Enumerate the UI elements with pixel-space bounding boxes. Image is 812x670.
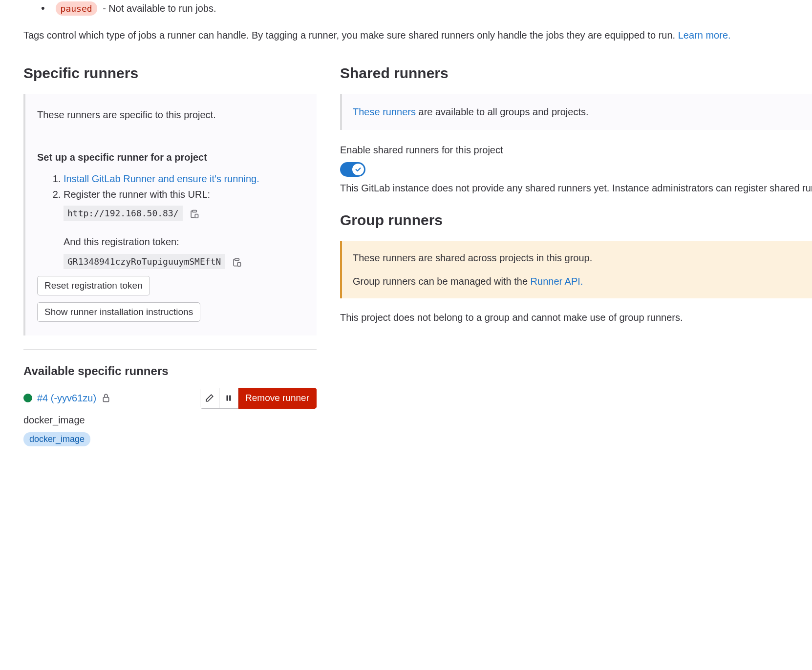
specific-well-intro: These runners are specific to this proje… [37,107,304,122]
pause-icon [224,394,233,402]
runner-actions: Remove runner [200,388,317,409]
install-runner-link[interactable]: Install GitLab Runner and ensure it's ru… [64,173,259,184]
pause-runner-button[interactable] [219,388,238,409]
group-well-line2: Group runners can be managed with the Ru… [353,274,801,289]
shared-runners-description: This GitLab instance does not provide an… [340,181,812,195]
svg-rect-3 [237,262,240,266]
status-list: paused - Not available to run jobs. [23,0,812,16]
learn-more-link[interactable]: Learn more. [678,30,731,41]
lock-icon [101,393,111,403]
well-divider [37,136,304,136]
shared-runners-toggle[interactable] [340,162,365,177]
setup-steps: Install GitLab Runner and ensure it's ru… [37,171,304,202]
clipboard-icon [232,257,242,267]
setup-title: Set up a specific runner for a project [37,150,304,165]
check-icon [355,166,362,173]
show-instructions-button[interactable]: Show runner installation instructions [37,302,200,322]
section-divider [23,349,317,350]
svg-rect-1 [195,214,198,218]
shared-toggle-label: Enable shared runners for this project [340,143,812,157]
token-label: And this registration token: [64,234,304,249]
svg-rect-4 [104,398,109,402]
svg-rect-0 [192,210,197,212]
runner-description: docker_image [23,413,317,427]
edit-runner-button[interactable] [200,388,219,409]
setup-step-1: Install GitLab Runner and ensure it's ru… [64,171,304,186]
paused-badge: paused [56,1,97,16]
specific-runners-well: These runners are specific to this proje… [23,94,317,335]
paused-description: - Not available to run jobs. [103,3,216,14]
svg-rect-5 [227,396,228,401]
group-runners-description: This project does not belong to a group … [340,310,812,325]
copy-token-button[interactable] [232,257,242,268]
copy-url-button[interactable] [189,209,200,219]
clipboard-icon [190,209,199,219]
setup-step-2: Register the runner with this URL: [64,187,304,202]
runner-id-link[interactable]: #4 (-yyv61zu) [37,391,96,405]
available-runners-heading: Available specific runners [23,362,317,380]
group-well-line1: These runners are shared across projects… [353,251,801,265]
shared-runners-heading: Shared runners [340,62,812,84]
svg-rect-2 [235,258,239,260]
runner-tag: docker_image [23,432,90,446]
runner-status-dot [23,394,32,402]
paused-status-item: paused - Not available to run jobs. [53,0,812,16]
shared-runners-well: These runners are available to all group… [340,94,812,130]
runner-api-link[interactable]: Runner API. [531,276,583,287]
shared-runners-link[interactable]: These runners [353,106,416,117]
tags-intro: Tags control which type of jobs a runner… [23,28,812,42]
registration-token-code: GR1348941czyRoTupiguuymSMEftN [64,254,225,269]
runner-row: #4 (-yyv61zu) [23,388,317,409]
specific-runners-heading: Specific runners [23,62,317,84]
remove-runner-button[interactable]: Remove runner [238,388,317,409]
pencil-icon [205,394,214,402]
runner-url-code: http://192.168.50.83/ [64,206,183,221]
svg-rect-6 [229,396,231,401]
group-runners-heading: Group runners [340,209,812,231]
reset-token-button[interactable]: Reset registration token [37,276,150,295]
group-runners-well: These runners are shared across projects… [340,241,812,298]
